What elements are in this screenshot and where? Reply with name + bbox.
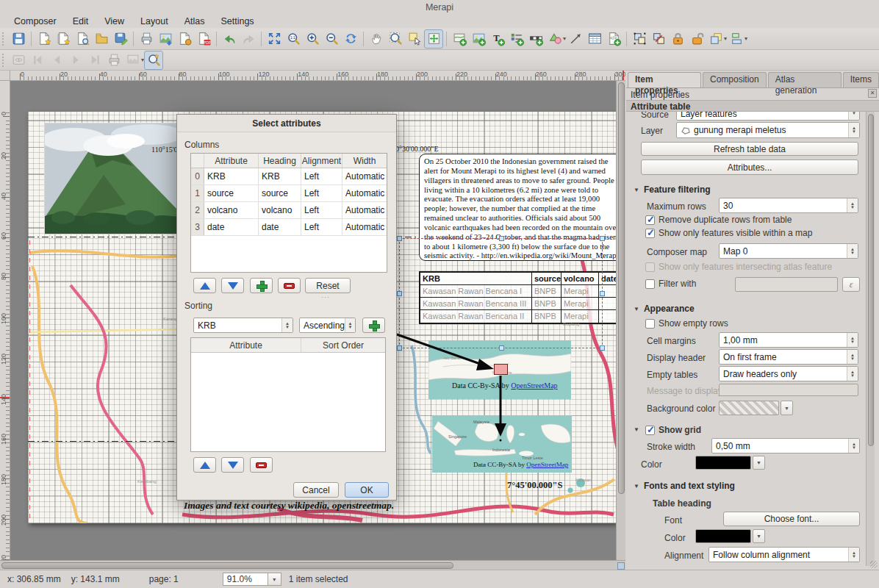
cell-margins-spinbox[interactable]: 1,00 mm▲▼ — [719, 332, 858, 348]
grid-color-swatch[interactable] — [695, 456, 751, 470]
panel-scroll-handle[interactable] — [868, 114, 874, 446]
spinner-arrows-icon[interactable]: ▲▼ — [345, 318, 355, 332]
group-items-icon[interactable] — [630, 29, 649, 49]
max-rows-spinbox[interactable]: 30▲▼ — [719, 198, 858, 213]
expression-builder-button[interactable]: ε — [842, 277, 860, 292]
atlas-settings-icon[interactable] — [144, 51, 163, 70]
pan-icon[interactable] — [367, 29, 386, 49]
grid-color-dropdown[interactable]: ▼ — [753, 456, 765, 470]
openstreetmap-link[interactable]: OpenStreetMap — [511, 381, 557, 390]
vertical-scroll-handle[interactable] — [618, 82, 625, 494]
zoom-actual-icon[interactable]: 1:1 — [284, 29, 303, 49]
zoom-in-icon[interactable] — [303, 29, 322, 49]
ungroup-items-icon[interactable] — [649, 29, 668, 49]
move-column-down-button[interactable] — [221, 278, 244, 293]
visible-features-checkbox[interactable] — [645, 229, 655, 238]
remove-duplicates-checkbox[interactable] — [645, 215, 655, 225]
spinner-arrows-icon[interactable]: ▲▼ — [281, 318, 293, 332]
zoom-full-icon[interactable] — [265, 29, 284, 49]
heading-color-swatch[interactable] — [695, 529, 751, 543]
spinner-arrows-icon[interactable]: ▲▼ — [847, 350, 858, 364]
filter-with-checkbox[interactable] — [645, 279, 655, 289]
add-column-button[interactable] — [250, 278, 273, 293]
show-grid-checkbox[interactable] — [645, 426, 655, 435]
dropdown-arrow-icon[interactable]: ▼ — [268, 573, 281, 586]
empty-tables-select[interactable]: Draw headers only▲▼ — [719, 366, 858, 381]
sort-attribute-select[interactable]: KRB▲▼ — [193, 318, 293, 333]
heading-color-dropdown[interactable]: ▼ — [753, 529, 765, 543]
menu-edit[interactable]: Edit — [65, 15, 97, 27]
show-empty-rows-checkbox[interactable] — [645, 319, 655, 329]
add-table-icon[interactable] — [585, 29, 604, 49]
load-template-icon[interactable] — [92, 29, 111, 49]
spinner-arrows-icon[interactable]: ▲▼ — [848, 439, 859, 453]
map-extent-indicator[interactable] — [494, 364, 508, 375]
vertical-scrollbar[interactable] — [616, 81, 625, 560]
columns-row[interactable]: 3datedateLeftAutomatic — [191, 219, 387, 236]
dropdown-arrow-icon[interactable]: ▾ — [745, 35, 747, 42]
zoom-tool-icon[interactable] — [386, 29, 405, 49]
tab-items[interactable]: Items — [843, 72, 879, 87]
remove-sort-button[interactable] — [250, 457, 273, 473]
background-color-swatch[interactable] — [719, 401, 779, 415]
ok-button[interactable]: OK — [345, 482, 389, 498]
lock-items-icon[interactable] — [668, 29, 687, 49]
horizontal-scrollbar[interactable] — [0, 560, 625, 570]
tab-atlas-generation[interactable]: Atlas generation — [768, 72, 842, 87]
reset-button[interactable]: Reset — [305, 278, 351, 293]
show-grid-header[interactable]: ▼ — [634, 426, 639, 433]
undo-icon[interactable] — [220, 29, 239, 49]
align-items-icon[interactable] — [727, 29, 746, 49]
export-svg-icon[interactable] — [175, 29, 194, 49]
unlock-items-icon[interactable] — [687, 29, 706, 49]
add-map-icon[interactable] — [450, 29, 469, 49]
refresh-table-button[interactable]: Refresh table data — [641, 142, 858, 156]
tab-item-properties[interactable]: Item properties — [628, 72, 701, 87]
zoom-combo[interactable]: 91.0%▼ — [223, 573, 281, 586]
close-icon[interactable]: ✕ — [868, 89, 877, 98]
zoom-out-icon[interactable] — [322, 29, 341, 49]
add-label-icon[interactable]: T — [488, 29, 507, 49]
composer-map-select[interactable]: Map 0▲▼ — [719, 243, 858, 259]
fonts-header[interactable]: ▼Fonts and text styling — [634, 481, 735, 491]
add-sort-button[interactable] — [362, 318, 385, 333]
print-icon[interactable] — [137, 29, 156, 49]
add-shape-icon[interactable] — [545, 29, 564, 49]
attributes-button[interactable]: Attributes... — [641, 159, 858, 175]
move-column-up-button[interactable] — [193, 278, 216, 293]
splitter-handle[interactable]: ··· — [321, 293, 330, 301]
move-content-icon[interactable] — [424, 29, 443, 49]
resize-grip[interactable] — [870, 561, 878, 568]
menu-atlas[interactable]: Atlas — [176, 15, 213, 27]
new-composition-icon[interactable] — [35, 29, 54, 49]
move-sort-down-button[interactable] — [221, 457, 244, 473]
alignment-select[interactable]: Follow column alignment▲▼ — [708, 547, 860, 562]
add-html-icon[interactable]: </> — [604, 29, 623, 49]
horizontal-scroll-handle[interactable] — [1, 562, 453, 569]
spinner-arrows-icon[interactable]: ▲▼ — [847, 244, 858, 258]
raise-items-icon[interactable] — [706, 29, 725, 49]
move-sort-up-button[interactable] — [193, 457, 216, 473]
source-select[interactable]: Layer features▼ — [676, 112, 860, 121]
spinner-arrows-icon[interactable]: ▲▼ — [847, 198, 858, 212]
export-image-icon[interactable] — [156, 29, 175, 49]
inset-map-indonesia[interactable]: Singapore Malaysia Indonesia Timor Leste… — [432, 415, 572, 473]
select-item-icon[interactable] — [405, 29, 424, 49]
sorting-table[interactable]: Attribute Sort Order — [190, 337, 386, 452]
menu-layout[interactable]: Layout — [132, 15, 176, 27]
refresh-view-icon[interactable] — [341, 29, 360, 49]
tab-composition[interactable]: Composition — [703, 72, 767, 87]
credit-text[interactable]: Images and text courtesy wikipedia, open… — [184, 500, 394, 512]
spinner-arrows-icon[interactable]: ▲▼ — [847, 367, 858, 381]
stroke-width-spinbox[interactable]: 0,50 mm▲▼ — [711, 438, 860, 453]
export-pdf-icon[interactable]: PDF — [194, 29, 213, 49]
volcano-photo[interactable] — [44, 123, 180, 234]
add-arrow-icon[interactable] — [566, 29, 585, 49]
background-color-dropdown[interactable]: ▼ — [781, 401, 793, 415]
info-text-frame[interactable]: On 25 October 2010 the Indonesian govern… — [419, 154, 616, 261]
columns-table[interactable]: Attribute Heading Alignment Width 0KRBKR… — [190, 153, 387, 273]
cancel-button[interactable]: Cancel — [293, 482, 339, 498]
zoom-value[interactable]: 91.0% — [223, 573, 268, 586]
composition-attribute-table[interactable]: KRB source volcano date Kawasan Rawan Be… — [419, 271, 616, 324]
spinner-arrows-icon[interactable]: ▲▼ — [848, 123, 859, 137]
